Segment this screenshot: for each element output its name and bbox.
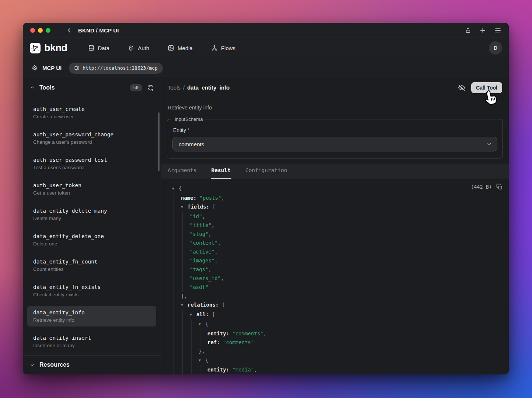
entity-select-value[interactable]: comments [172,137,497,151]
tool-detail-panel: Tools / data_entity_info Call Tool Retri… [161,78,509,374]
tool-list-item[interactable]: data_entity_fn_countCount entities [27,255,156,276]
tab-arguments[interactable]: Arguments [167,164,197,179]
database-icon [88,45,95,51]
tools-count-badge: 50 [130,84,142,91]
user-avatar[interactable]: D [489,41,502,55]
tools-section-header[interactable]: Tools 50 [23,78,161,97]
zoom-window-button[interactable] [46,28,50,33]
json-line: "id", [172,212,503,221]
tool-list-item[interactable]: data_entity_insertInsert one or many [27,331,156,352]
collapse-triangle-icon[interactable]: ▼ [190,310,196,319]
entity-select[interactable]: comments [172,137,497,151]
title-bar: BKND / MCP UI [23,23,509,38]
tool-name: data_entity_insert [33,335,150,341]
tools-list: auth_user_createCreate a new userauth_us… [23,97,161,355]
json-line[interactable]: ▼{ [172,184,503,193]
tool-name: data_entity_fn_count [33,259,150,265]
json-line: "images", [172,256,503,265]
menu-icon[interactable] [494,27,501,34]
tool-description: Delete one [33,241,150,247]
json-line: name: "posts", [172,193,503,202]
tab-configuration[interactable]: Configuration [245,164,288,179]
globe-icon [74,65,80,71]
tool-description: Retrieve entity info [161,97,509,116]
collapse-triangle-icon[interactable]: ▼ [199,320,205,329]
resources-header-label: Resources [39,362,70,368]
json-line: entity: "media", [172,365,503,374]
breadcrumb-section[interactable]: Tools [168,84,181,91]
server-url-pill[interactable]: http://localhost:28623/mcp [69,63,163,74]
collapse-triangle-icon[interactable]: ▼ [199,356,205,365]
tool-list-item[interactable]: auth_user_createCreate a new user [27,102,156,123]
tool-list-item[interactable]: auth_user_password_testTest a user's pas… [27,153,156,174]
tool-list-item[interactable]: data_entity_delete_oneDelete one [27,230,156,250]
result-tabs: Arguments Result Configuration [161,164,509,179]
chevron-down-icon [29,362,35,368]
back-button[interactable] [66,27,72,34]
tool-name: auth_user_password_change [33,132,150,137]
image-icon [168,45,174,51]
json-line: entity: "comments", [172,329,503,338]
json-line[interactable]: ▼fields: [ [172,202,503,212]
workflow-icon [211,45,218,51]
tool-description: Count entities [33,266,150,272]
collapse-triangle-icon[interactable]: ▼ [172,184,179,193]
json-line: "tags", [172,265,503,274]
tool-description: Check if entity exists [33,292,150,297]
tool-name: data_entity_fn_exists [33,284,150,290]
nav-item-auth[interactable]: Auth [128,45,149,51]
mcp-icon [31,64,38,71]
minimize-window-button[interactable] [38,28,43,33]
chevron-left-icon [66,27,72,34]
json-line: }, [172,347,503,356]
json-line: "asdf" [172,283,503,291]
server-url: http://localhost:28623/mcp [83,65,158,71]
app-window: BKND / MCP UI [23,23,509,374]
tab-result[interactable]: Result [211,164,231,179]
eye-off-icon[interactable] [458,84,465,91]
resources-section-header[interactable]: Resources [23,355,161,374]
nav-item-flows[interactable]: Flows [211,45,235,51]
tool-detail-header: Tools / data_entity_info Call Tool [161,78,509,97]
input-schema-legend: InputSchema [172,116,205,122]
nav-items: Data Auth Media Flows [88,45,236,51]
nav-label: Flows [221,45,235,51]
json-line[interactable]: ▼{ [172,356,503,365]
collapse-triangle-icon[interactable]: ▼ [181,301,188,310]
tool-list-item[interactable]: auth_user_password_changeChange a user's… [27,128,156,149]
tool-description: Get a user token [33,190,150,196]
close-window-button[interactable] [30,28,35,33]
window-title: BKND / MCP UI [78,27,119,34]
tool-name: data_entity_info [33,310,150,315]
refresh-tools-icon[interactable] [147,84,154,91]
nav-label: Auth [138,45,149,51]
nav-item-data[interactable]: Data [88,45,110,51]
json-line: "users_id", [172,274,503,283]
json-line: ref: "comments" [172,338,503,347]
tool-description: Change a user's password [33,139,150,145]
tool-name: data_entity_delete_many [33,208,150,214]
nav-item-media[interactable]: Media [168,45,193,51]
tool-list-item[interactable]: data_entity_fn_existsCheck if entity exi… [27,280,156,301]
json-line: ], [172,291,503,300]
brand-logo[interactable]: bknd [29,42,67,54]
lock-icon[interactable] [465,27,471,34]
call-tool-button[interactable]: Call Tool [471,82,502,93]
result-pane: (442 B) ▼{name: "posts",▼fields: ["id","… [161,179,509,374]
breadcrumb-current: data_entity_info [187,84,230,91]
tool-description: Test a user's password [33,165,150,170]
mcp-ui-title: MCP UI [42,65,62,71]
new-tab-icon[interactable] [479,27,486,34]
breadcrumb-separator: / [183,84,185,91]
tool-list-item[interactable]: data_entity_delete_manyDelete many [27,204,156,225]
json-line[interactable]: ▼all: [ [172,310,503,320]
tool-description: Delete many [33,216,150,221]
sidebar-scrollbar[interactable] [158,112,160,171]
tool-name: auth_user_create [33,106,150,112]
json-line[interactable]: ▼{ [172,320,503,329]
json-line[interactable]: ▼relations: { [172,300,503,310]
tool-list-item[interactable]: auth_user_tokenGet a user token [27,179,156,199]
tool-list-item[interactable]: data_entity_infoRetrieve entity info [27,306,156,327]
collapse-triangle-icon[interactable]: ▼ [181,203,188,212]
nav-label: Media [178,45,193,51]
